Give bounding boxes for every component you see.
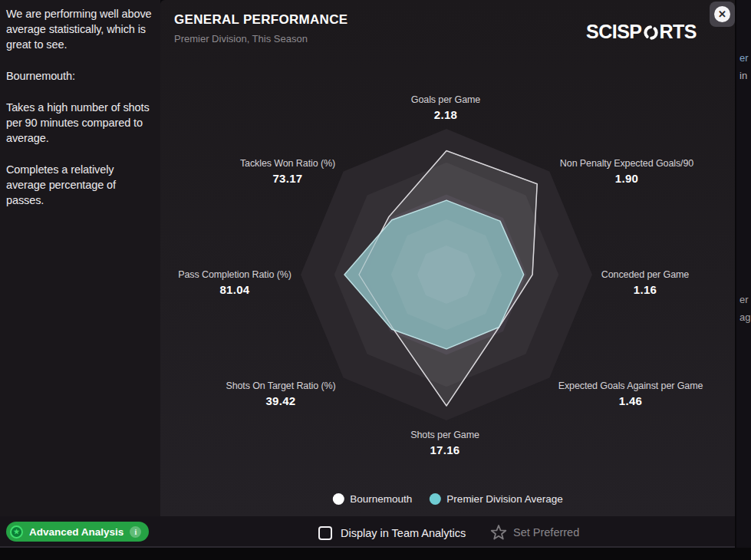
axis-value: 73.17 <box>240 172 335 185</box>
axis-label: Expected Goals Against per Game <box>558 380 703 391</box>
axis-goals-per-game: Goals per Game 2.18 <box>411 94 480 121</box>
page-title: GENERAL PERFORMANCE <box>174 12 348 28</box>
axis-shots-per-game: Shots per Game 17.16 <box>410 430 479 456</box>
panel-header: GENERAL PERFORMANCE Premier Division, Th… <box>174 12 348 44</box>
advanced-analysis-button[interactable]: ★ Advanced Analysis i <box>6 522 149 542</box>
info-icon[interactable]: i <box>130 526 141 538</box>
sidebar-paragraph: Bournemouth: <box>6 68 153 84</box>
checkbox-unchecked[interactable] <box>318 526 332 540</box>
analysis-sidebar: We are performing well above average sta… <box>0 0 160 516</box>
legend-label: Bournemouth <box>350 493 412 505</box>
scisports-swirl-o-icon <box>643 25 659 41</box>
clipped-text-fragment: er <box>739 294 749 305</box>
axis-value: 39.42 <box>226 394 335 407</box>
axis-value: 2.18 <box>411 108 480 121</box>
axis-label: Shots per Game <box>410 430 479 440</box>
scisports-logo-left: SCISP <box>586 21 642 43</box>
clipped-text-fragment: in <box>739 70 747 81</box>
axis-value: 1.90 <box>560 172 693 185</box>
set-preferred-label: Set Preferred <box>513 526 579 539</box>
checkbox-label: Display in Team Analytics <box>341 527 466 539</box>
legend-item-premier-division-average: Premier Division Average <box>429 493 562 505</box>
axis-label: Pass Completion Ratio (%) <box>178 269 292 280</box>
axis-shots-on-target-ratio: Shots On Target Ratio (%) 39.42 <box>226 380 335 407</box>
axis-value: 81.04 <box>178 283 292 296</box>
sidebar-paragraph: Completes a relatively average percentag… <box>6 162 153 208</box>
page-subtitle: Premier Division, This Season <box>174 33 348 44</box>
axis-label: Tackles Won Ratio (%) <box>240 158 335 169</box>
axis-label: Shots On Target Ratio (%) <box>226 380 335 391</box>
clipped-text-fragment: er <box>739 52 749 64</box>
axis-pass-completion-ratio: Pass Completion Ratio (%) 81.04 <box>178 269 292 296</box>
axis-label: Non Penalty Expected Goals/90 <box>560 158 693 169</box>
axis-label: Conceded per Game <box>601 269 689 280</box>
scisports-logo-right: RTS <box>660 21 697 43</box>
analysis-star-icon: ★ <box>10 525 23 539</box>
set-preferred-option[interactable]: Set Preferred <box>489 523 579 542</box>
background-bottom-strip <box>0 548 751 560</box>
display-in-team-analytics-option[interactable]: Display in Team Analytics <box>318 526 466 540</box>
axis-value: 1.46 <box>558 394 703 407</box>
clipped-text-fragment: ag <box>739 311 750 323</box>
axis-label: Goals per Game <box>411 94 480 105</box>
sidebar-paragraph: We are performing well above average sta… <box>6 6 153 52</box>
axis-value: 1.16 <box>601 283 689 296</box>
axis-non-penalty-xg: Non Penalty Expected Goals/90 1.90 <box>560 158 693 185</box>
advanced-analysis-label: Advanced Analysis <box>29 526 124 538</box>
radar-inner-highlight-1 <box>417 245 476 304</box>
footer-bar: ★ Advanced Analysis i Display in Team An… <box>0 516 735 548</box>
close-icon: ✕ <box>714 6 730 22</box>
scisports-logo: SCISP RTS <box>586 21 697 43</box>
background-page-sliver: er in er ag <box>735 0 751 548</box>
bournemouth-dot-icon <box>332 493 344 505</box>
sidebar-paragraph: Takes a high number of shots per 90 minu… <box>6 100 153 146</box>
legend-item-bournemouth: Bournemouth <box>332 493 412 505</box>
axis-tackles-won-ratio: Tackles Won Ratio (%) 73.17 <box>240 158 335 185</box>
close-button[interactable]: ✕ <box>710 2 735 27</box>
chart-legend: Bournemouth Premier Division Average <box>332 493 562 505</box>
axis-conceded-per-game: Conceded per Game 1.16 <box>601 269 689 296</box>
premier-division-average-dot-icon <box>429 493 440 505</box>
star-icon <box>489 523 508 542</box>
legend-label: Premier Division Average <box>446 493 562 505</box>
axis-expected-goals-against: Expected Goals Against per Game 1.46 <box>558 380 703 407</box>
axis-value: 17.16 <box>410 443 479 456</box>
general-performance-panel: GENERAL PERFORMANCE Premier Division, Th… <box>160 0 735 516</box>
